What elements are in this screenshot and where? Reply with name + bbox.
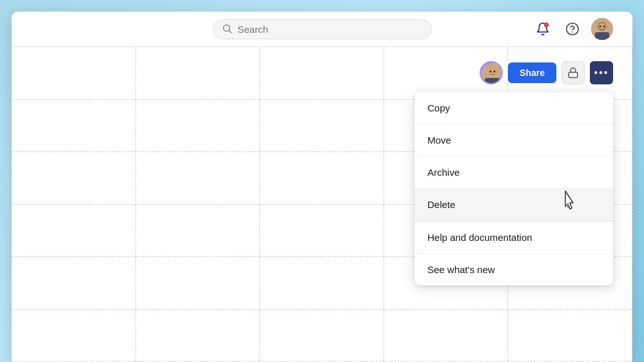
collaborator-avatar-image bbox=[481, 62, 503, 84]
whats-new-label: See what's new bbox=[427, 264, 495, 275]
archive-label: Archive bbox=[427, 167, 460, 178]
search-icon bbox=[222, 24, 233, 34]
svg-line-1 bbox=[229, 31, 231, 33]
copy-label: Copy bbox=[427, 102, 450, 113]
menu-item-copy[interactable]: Copy bbox=[415, 92, 613, 124]
delete-label: Delete bbox=[427, 199, 455, 210]
svg-point-9 bbox=[600, 26, 601, 28]
grid-cell bbox=[136, 47, 260, 100]
grid-cell bbox=[260, 310, 384, 363]
cursor-pointer-icon bbox=[559, 189, 582, 220]
svg-point-10 bbox=[603, 26, 605, 28]
grid-cell bbox=[260, 257, 384, 310]
grid-cell bbox=[12, 100, 136, 153]
grid-cell bbox=[12, 257, 136, 310]
svg-rect-13 bbox=[485, 78, 500, 84]
grid-cell bbox=[384, 310, 509, 363]
grid-cell bbox=[136, 100, 260, 153]
more-dots-icon: ••• bbox=[594, 68, 609, 78]
grid-cell bbox=[260, 100, 384, 153]
grid-cell bbox=[136, 257, 260, 310]
menu-item-move[interactable]: Move bbox=[415, 124, 613, 157]
grid-cell bbox=[136, 310, 260, 363]
svg-rect-17 bbox=[569, 72, 578, 77]
collaborator-avatar bbox=[480, 61, 503, 84]
header-actions bbox=[532, 18, 613, 40]
grid-cell bbox=[260, 205, 384, 258]
svg-point-4 bbox=[572, 32, 573, 33]
user-avatar[interactable] bbox=[591, 18, 613, 40]
menu-item-archive[interactable]: Archive bbox=[415, 157, 613, 189]
grid-cell bbox=[12, 152, 136, 205]
context-menu: Copy Move Archive Delete bbox=[415, 92, 613, 285]
svg-point-2 bbox=[544, 23, 549, 27]
grid-cell bbox=[12, 310, 136, 363]
svg-point-14 bbox=[490, 71, 492, 73]
grid-cell bbox=[260, 47, 384, 100]
search-bar[interactable] bbox=[213, 19, 432, 39]
app-window: Share ••• Copy Move Archive bbox=[12, 12, 632, 362]
bell-icon bbox=[536, 22, 550, 36]
document-toolbar: Share ••• bbox=[480, 61, 613, 84]
move-label: Move bbox=[427, 135, 451, 146]
grid-cell bbox=[260, 152, 384, 205]
search-input[interactable] bbox=[238, 24, 422, 35]
notifications-button[interactable] bbox=[532, 18, 554, 40]
menu-item-help[interactable]: Help and documentation bbox=[415, 222, 613, 254]
grid-cell bbox=[136, 205, 260, 258]
svg-point-15 bbox=[494, 71, 496, 73]
grid-cell bbox=[508, 310, 632, 363]
help-label: Help and documentation bbox=[427, 232, 532, 243]
grid-cell bbox=[12, 205, 136, 258]
lock-button[interactable] bbox=[561, 61, 585, 84]
more-options-button[interactable]: ••• bbox=[590, 61, 613, 84]
grid-cell bbox=[136, 152, 260, 205]
main-content: Share ••• Copy Move Archive bbox=[12, 47, 632, 362]
share-button[interactable]: Share bbox=[508, 62, 556, 83]
header bbox=[12, 12, 632, 47]
help-circle-icon bbox=[565, 22, 580, 36]
svg-rect-8 bbox=[595, 32, 609, 40]
avatar-image bbox=[591, 18, 613, 40]
menu-item-whats-new[interactable]: See what's new bbox=[415, 254, 613, 285]
menu-item-delete[interactable]: Delete bbox=[415, 189, 613, 221]
grid-cell bbox=[12, 47, 136, 100]
help-button[interactable] bbox=[561, 18, 583, 40]
lock-icon bbox=[567, 67, 579, 79]
